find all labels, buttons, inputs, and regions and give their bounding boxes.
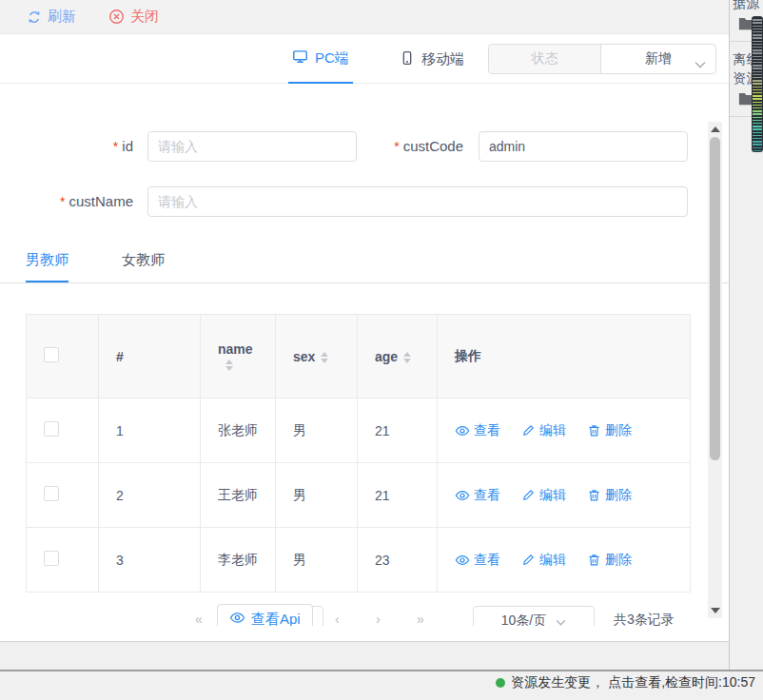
resource-sidebar: 据源 离线资源	[729, 0, 763, 670]
eye-icon	[229, 610, 245, 626]
refresh-button[interactable]: 刷新	[27, 8, 76, 26]
top-toolbar: 刷新 关闭	[0, 0, 729, 34]
next-page-button[interactable]: ›	[376, 612, 381, 626]
table-row: 3 李老师 男 23 查看 编辑	[27, 528, 691, 593]
table-row: 1 张老师 男 21 查看 编辑	[27, 399, 691, 463]
scrollbar-thumb[interactable]	[710, 137, 720, 460]
required-mark: *	[113, 139, 118, 154]
col-header-name[interactable]: name	[201, 315, 276, 399]
view-button[interactable]: 查看	[455, 487, 500, 504]
app-window: 刷新 关闭 PC端	[0, 0, 763, 700]
tab-pc-label: PC端	[315, 49, 349, 68]
required-mark: *	[60, 194, 65, 209]
chevron-down-icon	[695, 56, 706, 71]
col-header-age[interactable]: age	[358, 315, 438, 399]
refresh-icon	[27, 10, 42, 25]
row-checkbox[interactable]	[44, 551, 59, 566]
add-select[interactable]: 新增	[601, 45, 715, 73]
monitor-icon	[292, 49, 308, 68]
trash-icon	[587, 488, 601, 502]
edit-button[interactable]: 编辑	[521, 487, 566, 504]
table-row: 2 王老师 男 21 查看 编辑	[27, 463, 691, 528]
tab-pc[interactable]: PC端	[288, 34, 353, 84]
resource-change-notice[interactable]: 资源发生变更， 点击查看,检查时间:10:57	[496, 674, 755, 691]
sort-icon[interactable]	[403, 352, 411, 363]
sidebar-item-datasource[interactable]: 据源	[730, 0, 763, 12]
select-all-checkbox[interactable]	[44, 347, 59, 362]
scroll-up-arrow-icon[interactable]	[711, 126, 720, 132]
trash-icon	[587, 423, 601, 438]
content-scrollbar[interactable]	[708, 122, 722, 618]
tab-male-teacher[interactable]: 男教师	[26, 243, 68, 282]
tab-female-teacher[interactable]: 女教师	[122, 243, 165, 282]
bottom-strip	[0, 641, 763, 670]
custcode-input[interactable]	[479, 131, 688, 162]
green-status-dot-icon	[496, 678, 505, 688]
view-button[interactable]: 查看	[455, 422, 500, 439]
col-header-index: #	[99, 315, 201, 399]
required-mark: *	[394, 139, 399, 154]
id-field-label: *id	[0, 131, 133, 162]
row-checkbox[interactable]	[44, 421, 59, 437]
tab-mobile[interactable]: 移动端	[400, 34, 464, 84]
last-page-button[interactable]: »	[417, 612, 424, 626]
status-label: 状态	[532, 50, 558, 68]
add-select-value: 新增	[645, 50, 672, 68]
eye-icon	[455, 553, 470, 568]
sort-icon[interactable]	[225, 360, 233, 371]
status-message: 资源发生变更， 点击查看,检查时间:10:57	[511, 674, 755, 691]
prev-page-button[interactable]: ‹	[335, 612, 340, 626]
scroll-down-arrow-icon[interactable]	[711, 608, 720, 613]
edit-button[interactable]: 编辑	[521, 552, 566, 569]
chevron-down-icon	[556, 613, 566, 626]
sort-icon[interactable]	[321, 352, 328, 363]
pencil-icon	[521, 488, 536, 502]
status-button[interactable]: 状态	[489, 45, 601, 73]
sidebar-scrollbar-meter[interactable]	[752, 16, 763, 152]
first-page-button[interactable]: «	[195, 612, 203, 626]
refresh-label: 刷新	[48, 8, 76, 26]
row-checkbox[interactable]	[44, 486, 59, 501]
delete-button[interactable]: 删除	[587, 487, 632, 504]
delete-button[interactable]: 删除	[587, 422, 632, 439]
custcode-field-label: *custCode	[362, 131, 463, 162]
page-size-select[interactable]: 10条/页	[473, 606, 595, 626]
view-button[interactable]: 查看	[455, 552, 500, 569]
table-header-row: # name sex age 操作	[27, 315, 691, 399]
custname-field-label: *custName	[0, 186, 133, 217]
close-button[interactable]: 关闭	[108, 8, 159, 26]
col-header-actions: 操作	[438, 315, 691, 399]
delete-button[interactable]: 删除	[587, 552, 632, 569]
edit-button[interactable]: 编辑	[521, 422, 566, 439]
view-api-button[interactable]: 查看Api	[217, 604, 313, 626]
teacher-tabs: 男教师 女教师	[0, 236, 729, 283]
device-tabbar: PC端 移动端 状态 新增	[0, 34, 729, 84]
col-header-sex[interactable]: sex	[276, 315, 358, 399]
custname-input[interactable]	[147, 186, 688, 217]
total-records-text: 共3条记录	[614, 612, 675, 626]
trash-icon	[587, 553, 601, 567]
eye-icon	[455, 423, 470, 438]
pencil-icon	[521, 553, 536, 567]
status-add-control: 状态 新增	[488, 44, 716, 74]
id-input[interactable]	[147, 131, 357, 162]
eye-icon	[455, 488, 470, 503]
status-bar: 资源发生变更， 点击查看,检查时间:10:57	[0, 670, 763, 700]
teacher-table: # name sex age 操作	[26, 314, 691, 593]
pencil-icon	[521, 423, 536, 438]
phone-icon	[400, 50, 415, 68]
close-circle-icon	[108, 9, 125, 25]
content-viewport: *id *custCode *custName 男教师 女教师	[0, 84, 729, 626]
close-label: 关闭	[130, 8, 159, 26]
tab-mobile-label: 移动端	[421, 50, 464, 68]
